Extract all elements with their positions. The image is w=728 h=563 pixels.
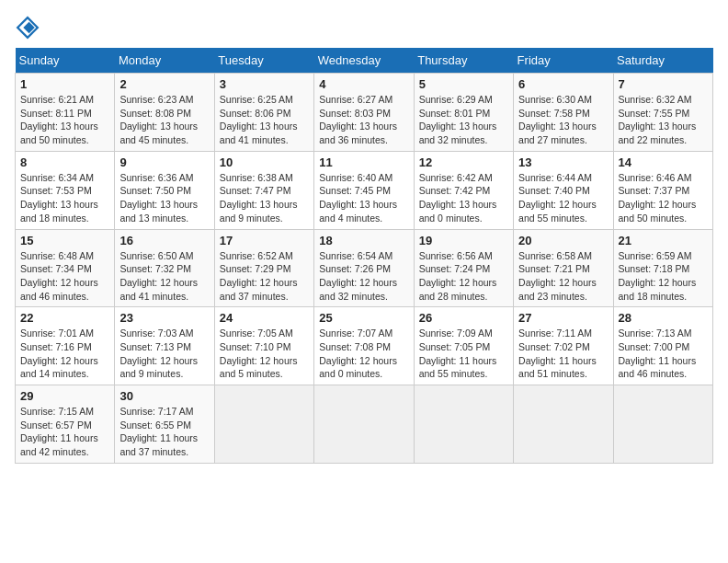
day-number: 29 [20, 389, 109, 403]
calendar-cell: 1Sunrise: 6:21 AMSunset: 8:11 PMDaylight… [16, 74, 115, 152]
day-number: 20 [518, 234, 608, 247]
day-detail: Sunrise: 6:40 AMSunset: 7:45 PMDaylight:… [319, 171, 408, 225]
day-number: 16 [119, 234, 209, 247]
day-header-monday: Monday [115, 48, 214, 74]
calendar-cell: 4Sunrise: 6:27 AMSunset: 8:03 PMDaylight… [314, 74, 414, 152]
day-detail: Sunrise: 6:56 AMSunset: 7:24 PMDaylight:… [419, 249, 508, 304]
day-number: 10 [220, 155, 309, 169]
day-number: 7 [619, 77, 708, 91]
day-number: 21 [619, 234, 708, 247]
day-detail: Sunrise: 6:58 AMSunset: 7:21 PMDaylight:… [518, 249, 608, 304]
calendar-cell: 24Sunrise: 7:05 AMSunset: 7:10 PMDayligh… [214, 307, 313, 385]
day-detail: Sunrise: 6:27 AMSunset: 8:03 PMDaylight:… [319, 93, 408, 147]
calendar-cell: 12Sunrise: 6:42 AMSunset: 7:42 PMDayligh… [414, 151, 513, 229]
calendar-table: SundayMondayTuesdayWednesdayThursdayFrid… [15, 48, 713, 464]
day-number: 3 [220, 77, 309, 91]
calendar-cell: 11Sunrise: 6:40 AMSunset: 7:45 PMDayligh… [314, 151, 414, 229]
day-detail: Sunrise: 7:09 AMSunset: 7:05 PMDaylight:… [419, 327, 508, 381]
day-detail: Sunrise: 7:15 AMSunset: 6:57 PMDaylight:… [20, 405, 109, 459]
day-header-saturday: Saturday [613, 48, 712, 74]
calendar-cell: 8Sunrise: 6:34 AMSunset: 7:53 PMDaylight… [16, 151, 115, 229]
day-detail: Sunrise: 6:30 AMSunset: 7:58 PMDaylight:… [518, 93, 608, 147]
calendar-cell [214, 385, 313, 464]
calendar-cell: 29Sunrise: 7:15 AMSunset: 6:57 PMDayligh… [16, 385, 115, 464]
day-detail: Sunrise: 6:25 AMSunset: 8:06 PMDaylight:… [220, 93, 309, 147]
day-number: 30 [119, 389, 209, 403]
calendar-cell: 14Sunrise: 6:46 AMSunset: 7:37 PMDayligh… [613, 151, 712, 229]
day-number: 15 [20, 234, 109, 247]
day-number: 6 [518, 77, 608, 91]
calendar-cell [414, 385, 513, 464]
calendar-cell: 18Sunrise: 6:54 AMSunset: 7:26 PMDayligh… [314, 229, 414, 307]
calendar-cell: 16Sunrise: 6:50 AMSunset: 7:32 PMDayligh… [115, 229, 214, 307]
calendar-week-row: 29Sunrise: 7:15 AMSunset: 6:57 PMDayligh… [16, 385, 713, 464]
day-number: 8 [20, 155, 109, 169]
calendar-header-row: SundayMondayTuesdayWednesdayThursdayFrid… [16, 48, 713, 74]
day-header-friday: Friday [514, 48, 613, 74]
day-number: 2 [119, 77, 209, 91]
day-detail: Sunrise: 7:03 AMSunset: 7:13 PMDaylight:… [119, 327, 209, 381]
day-detail: Sunrise: 7:13 AMSunset: 7:00 PMDaylight:… [619, 327, 708, 381]
calendar-cell: 6Sunrise: 6:30 AMSunset: 7:58 PMDaylight… [514, 74, 613, 152]
day-number: 12 [419, 155, 508, 169]
calendar-cell: 20Sunrise: 6:58 AMSunset: 7:21 PMDayligh… [514, 229, 613, 307]
day-number: 14 [619, 155, 708, 169]
day-number: 1 [20, 77, 109, 91]
day-number: 13 [518, 155, 608, 169]
day-detail: Sunrise: 6:32 AMSunset: 7:55 PMDaylight:… [619, 93, 708, 147]
day-number: 28 [619, 311, 708, 325]
header [15, 15, 713, 40]
day-detail: Sunrise: 7:07 AMSunset: 7:08 PMDaylight:… [319, 327, 408, 381]
day-number: 9 [119, 155, 209, 169]
day-detail: Sunrise: 6:48 AMSunset: 7:34 PMDaylight:… [20, 249, 109, 304]
calendar-cell: 23Sunrise: 7:03 AMSunset: 7:13 PMDayligh… [115, 307, 214, 385]
day-detail: Sunrise: 6:29 AMSunset: 8:01 PMDaylight:… [419, 93, 508, 147]
calendar-cell [314, 385, 414, 464]
day-header-wednesday: Wednesday [314, 48, 414, 74]
calendar-cell: 7Sunrise: 6:32 AMSunset: 7:55 PMDaylight… [613, 74, 712, 152]
day-detail: Sunrise: 7:01 AMSunset: 7:16 PMDaylight:… [20, 327, 109, 381]
calendar-cell: 26Sunrise: 7:09 AMSunset: 7:05 PMDayligh… [414, 307, 513, 385]
calendar-cell: 3Sunrise: 6:25 AMSunset: 8:06 PMDaylight… [214, 74, 313, 152]
calendar-cell: 5Sunrise: 6:29 AMSunset: 8:01 PMDaylight… [414, 74, 513, 152]
calendar-cell: 17Sunrise: 6:52 AMSunset: 7:29 PMDayligh… [214, 229, 313, 307]
day-detail: Sunrise: 7:11 AMSunset: 7:02 PMDaylight:… [518, 327, 608, 381]
calendar-cell: 22Sunrise: 7:01 AMSunset: 7:16 PMDayligh… [16, 307, 115, 385]
day-number: 24 [220, 311, 309, 325]
day-header-thursday: Thursday [414, 48, 513, 74]
day-detail: Sunrise: 6:46 AMSunset: 7:37 PMDaylight:… [619, 171, 708, 225]
day-number: 25 [319, 311, 408, 325]
calendar-cell: 27Sunrise: 7:11 AMSunset: 7:02 PMDayligh… [514, 307, 613, 385]
day-header-sunday: Sunday [16, 48, 115, 74]
day-number: 27 [518, 311, 608, 325]
day-detail: Sunrise: 6:42 AMSunset: 7:42 PMDaylight:… [419, 171, 508, 225]
day-detail: Sunrise: 6:23 AMSunset: 8:08 PMDaylight:… [119, 93, 209, 147]
day-detail: Sunrise: 6:34 AMSunset: 7:53 PMDaylight:… [20, 171, 109, 225]
day-detail: Sunrise: 6:52 AMSunset: 7:29 PMDaylight:… [220, 249, 309, 304]
day-number: 22 [20, 311, 109, 325]
day-detail: Sunrise: 7:05 AMSunset: 7:10 PMDaylight:… [220, 327, 309, 381]
calendar-cell: 19Sunrise: 6:56 AMSunset: 7:24 PMDayligh… [414, 229, 513, 307]
day-number: 23 [119, 311, 209, 325]
calendar-cell [514, 385, 613, 464]
day-header-tuesday: Tuesday [214, 48, 313, 74]
day-detail: Sunrise: 6:36 AMSunset: 7:50 PMDaylight:… [119, 171, 209, 225]
calendar-cell: 13Sunrise: 6:44 AMSunset: 7:40 PMDayligh… [514, 151, 613, 229]
day-number: 19 [419, 234, 508, 247]
logo-icon [15, 15, 40, 40]
calendar-cell: 15Sunrise: 6:48 AMSunset: 7:34 PMDayligh… [16, 229, 115, 307]
logo [15, 15, 44, 40]
day-detail: Sunrise: 6:54 AMSunset: 7:26 PMDaylight:… [319, 249, 408, 304]
calendar-week-row: 8Sunrise: 6:34 AMSunset: 7:53 PMDaylight… [16, 151, 713, 229]
calendar-cell: 2Sunrise: 6:23 AMSunset: 8:08 PMDaylight… [115, 74, 214, 152]
calendar-week-row: 15Sunrise: 6:48 AMSunset: 7:34 PMDayligh… [16, 229, 713, 307]
calendar-cell: 25Sunrise: 7:07 AMSunset: 7:08 PMDayligh… [314, 307, 414, 385]
calendar-week-row: 22Sunrise: 7:01 AMSunset: 7:16 PMDayligh… [16, 307, 713, 385]
calendar-week-row: 1Sunrise: 6:21 AMSunset: 8:11 PMDaylight… [16, 74, 713, 152]
day-detail: Sunrise: 6:59 AMSunset: 7:18 PMDaylight:… [619, 249, 708, 304]
day-detail: Sunrise: 7:17 AMSunset: 6:55 PMDaylight:… [119, 405, 209, 459]
calendar-cell: 10Sunrise: 6:38 AMSunset: 7:47 PMDayligh… [214, 151, 313, 229]
day-number: 5 [419, 77, 508, 91]
calendar-cell: 28Sunrise: 7:13 AMSunset: 7:00 PMDayligh… [613, 307, 712, 385]
day-number: 26 [419, 311, 508, 325]
